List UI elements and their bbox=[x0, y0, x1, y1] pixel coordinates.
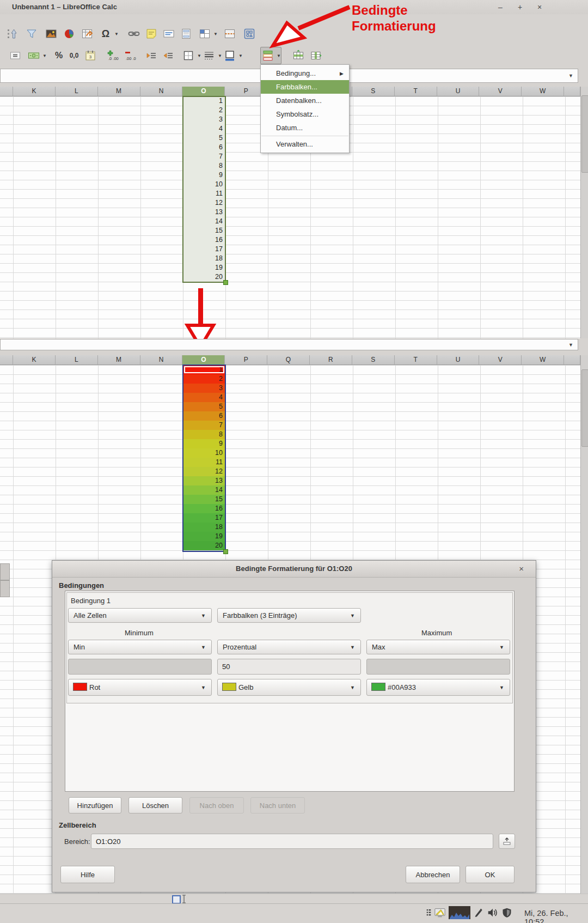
cell-O17[interactable]: 17 bbox=[183, 245, 225, 254]
colored-cell-O2[interactable]: 2 bbox=[183, 374, 225, 384]
border-style-button[interactable]: ▼ bbox=[201, 47, 223, 64]
split-window-button[interactable] bbox=[222, 25, 237, 42]
equals-cell-button[interactable] bbox=[8, 47, 23, 64]
range-input[interactable]: O1:O20 bbox=[91, 834, 493, 849]
cell-O7[interactable]: 7 bbox=[183, 152, 225, 161]
border-color-button[interactable]: ▼ bbox=[222, 47, 243, 64]
insert-pivot-table-button[interactable] bbox=[79, 25, 95, 42]
max-color-combo[interactable]: #00A933 ▼ bbox=[366, 679, 510, 696]
close-button[interactable]: × bbox=[532, 2, 547, 13]
menu-item-datum[interactable]: Datum... bbox=[261, 121, 349, 135]
date-format-button[interactable]: 3 bbox=[83, 47, 98, 64]
cell-O20[interactable]: 20 bbox=[183, 272, 225, 282]
cell-O2[interactable]: 2 bbox=[183, 106, 225, 115]
column-header-T[interactable]: T bbox=[395, 355, 437, 365]
max-combo[interactable]: Max ▼ bbox=[366, 640, 510, 654]
number-format-button[interactable]: 0,0 bbox=[66, 47, 82, 64]
column-header-P[interactable]: P bbox=[225, 355, 267, 365]
window-list-icon[interactable] bbox=[426, 908, 431, 920]
column-header-K[interactable]: K bbox=[13, 355, 56, 365]
chevron-down-icon[interactable]: ▼ bbox=[277, 53, 281, 58]
column-header-K[interactable]: K bbox=[13, 87, 56, 96]
colored-cell-O11[interactable]: 11 bbox=[183, 458, 225, 467]
column-header-M[interactable]: M bbox=[98, 87, 140, 96]
column-header-O[interactable]: O bbox=[182, 355, 225, 365]
colored-cell-O18[interactable]: 18 bbox=[183, 523, 225, 532]
chevron-down-icon[interactable]: ▼ bbox=[218, 53, 222, 58]
column-header-N[interactable]: N bbox=[140, 355, 183, 365]
colored-cell-O8[interactable]: 8 bbox=[183, 430, 225, 439]
cell-O13[interactable]: 13 bbox=[183, 208, 225, 217]
freeze-panes-button[interactable]: ▼ bbox=[197, 25, 218, 42]
colored-cell-O5[interactable]: 5 bbox=[183, 402, 225, 411]
menu-item-bedingung[interactable]: Bedingung...▶ bbox=[261, 66, 349, 80]
insert-columns-button[interactable] bbox=[308, 47, 323, 64]
colored-cell-O16[interactable]: 16 bbox=[183, 504, 225, 513]
column-header-U[interactable]: U bbox=[437, 87, 480, 96]
mid-combo[interactable]: Prozentual ▼ bbox=[217, 640, 361, 654]
help-button[interactable]: Hilfe bbox=[60, 866, 115, 883]
cell-O11[interactable]: 11 bbox=[183, 189, 225, 198]
mid-color-combo[interactable]: Gelb ▼ bbox=[217, 679, 361, 696]
tablet-pen-icon[interactable] bbox=[473, 907, 484, 920]
colored-cell-O3[interactable]: 3 bbox=[183, 384, 225, 393]
cell-O1[interactable]: 1 bbox=[183, 96, 225, 106]
insert-comment-button[interactable] bbox=[144, 25, 159, 42]
column-header-W[interactable]: W bbox=[522, 355, 564, 365]
ok-button[interactable]: OK bbox=[465, 866, 514, 883]
chevron-down-icon[interactable]: ▼ bbox=[213, 32, 218, 37]
formula-bar-expand-icon[interactable]: ▼ bbox=[568, 73, 573, 78]
cells-combo[interactable]: Alle Zellen ▼ bbox=[68, 608, 212, 623]
colored-cell-O15[interactable]: 15 bbox=[183, 495, 225, 504]
colored-cell-O9[interactable]: 9 bbox=[183, 439, 225, 448]
colored-cell-O14[interactable]: 14 bbox=[183, 485, 225, 495]
cancel-button[interactable]: Abbrechen bbox=[406, 866, 460, 883]
formula-bar-2-expand-icon[interactable]: ▼ bbox=[568, 342, 573, 348]
cell-O14[interactable]: 14 bbox=[183, 217, 225, 226]
currency-format-button[interactable]: ▼ bbox=[26, 47, 47, 64]
mid-value-field[interactable]: 50 bbox=[217, 659, 361, 675]
vertical-scrollbar[interactable] bbox=[580, 87, 588, 338]
cell-O12[interactable]: 12 bbox=[183, 198, 225, 208]
formula-bar-2[interactable]: ▼ bbox=[0, 339, 578, 350]
percent-format-button[interactable]: % bbox=[51, 47, 66, 64]
column-header-T[interactable]: T bbox=[395, 87, 437, 96]
dialog-close-icon[interactable]: × bbox=[519, 563, 524, 574]
column-header-R[interactable]: R bbox=[310, 355, 352, 365]
colored-cell-O20[interactable]: 20 bbox=[183, 541, 225, 550]
column-header-V[interactable]: V bbox=[479, 87, 522, 96]
column-header-N[interactable]: N bbox=[140, 87, 183, 96]
column-header-U[interactable]: U bbox=[437, 355, 480, 365]
cell-O16[interactable]: 16 bbox=[183, 235, 225, 245]
chevron-down-icon[interactable]: ▼ bbox=[114, 32, 119, 37]
borders-button[interactable]: ▼ bbox=[181, 47, 202, 64]
colored-cell-O13[interactable]: 13 bbox=[183, 476, 225, 485]
taskbar[interactable] bbox=[0, 894, 588, 904]
colored-cell-O1[interactable]: 1 bbox=[183, 365, 225, 374]
conditional-formatting-button[interactable]: ▼ bbox=[260, 47, 281, 64]
column-header-Q[interactable]: Q bbox=[267, 355, 310, 365]
column-header-O[interactable]: O bbox=[182, 87, 225, 96]
column-header-L[interactable]: L bbox=[56, 355, 98, 365]
cell-O4[interactable]: 4 bbox=[183, 124, 225, 133]
cell-O6[interactable]: 6 bbox=[183, 143, 225, 152]
insert-image-button[interactable] bbox=[44, 25, 59, 42]
chevron-down-icon[interactable]: ▼ bbox=[238, 53, 243, 58]
cell-O8[interactable]: 8 bbox=[183, 161, 225, 171]
selection-handle-2[interactable] bbox=[223, 549, 228, 554]
screenshot-thumbnail[interactable] bbox=[172, 895, 181, 904]
cell-O15[interactable]: 15 bbox=[183, 226, 225, 235]
colored-cell-O6[interactable]: 6 bbox=[183, 411, 225, 421]
colored-cell-O7[interactable]: 7 bbox=[183, 421, 225, 430]
insert-chart-button[interactable] bbox=[62, 25, 77, 42]
delete-condition-button[interactable]: Löschen bbox=[128, 797, 182, 813]
increase-indent-button[interactable] bbox=[144, 47, 159, 64]
maximize-button[interactable]: + bbox=[513, 2, 527, 13]
add-decimal-button[interactable]: .0 .00 bbox=[105, 47, 120, 64]
add-condition-button[interactable]: Hinzufügen bbox=[69, 797, 121, 813]
column-header-W[interactable]: W bbox=[522, 87, 564, 96]
column-header-L[interactable]: L bbox=[56, 87, 98, 96]
volume-icon[interactable] bbox=[487, 907, 499, 921]
delete-decimal-button[interactable]: .00 .0 bbox=[122, 47, 137, 64]
colored-cell-O4[interactable]: 4 bbox=[183, 393, 225, 402]
